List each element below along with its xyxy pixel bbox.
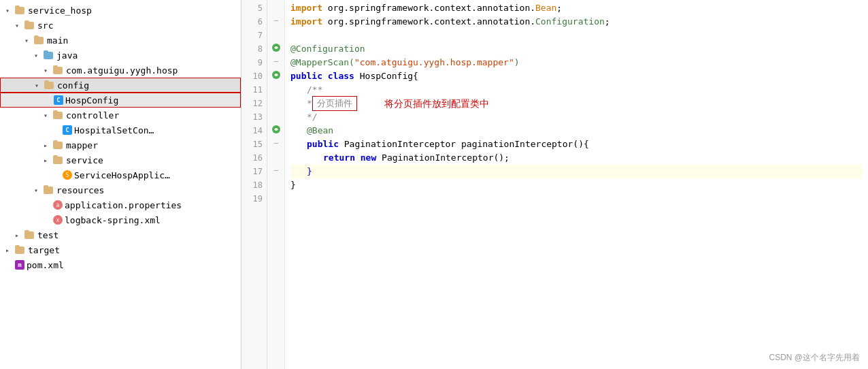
gutter-10 [267,68,284,82]
code-line-7 [290,29,863,42]
at-bean: @Bean [307,124,333,138]
cls-bean: Bean [535,1,556,15]
gutter-9: − [267,54,284,68]
pom-icon: m [15,260,24,270]
tree-item-com[interactable]: com.atguigu.yygh.hosp [0,63,241,78]
tree-item-logback[interactable]: x logback-spring.xml [0,212,241,227]
label-test: test [37,230,59,240]
tree-item-mapper[interactable]: mapper [0,138,241,153]
code-line-17: } [290,165,863,178]
watermark: CSDN @这个名字先用着 [769,352,860,364]
javadoc-open: /** [307,83,322,97]
arrow-com [44,67,53,74]
ln-12: 12 [241,97,263,110]
file-tree: service_hosp src main java com.atguigu.y… [0,0,241,369]
gutter: − − [267,0,285,369]
ln-8: 8 [241,42,263,56]
code-line-5: import org.springframework.context.annot… [290,1,863,15]
ln-16: 16 [241,151,263,165]
arrow-src [15,22,24,29]
gutter-6: − [267,14,284,27]
folder-icon-src [24,20,35,30]
code-line-16: return new PaginationInterceptor(); [290,151,863,165]
label-logback: logback-spring.xml [65,215,161,225]
at-mapperscan: @MapperScan( [290,56,354,69]
code-line-19 [290,192,863,206]
tree-item-pom[interactable]: m pom.xml [0,257,241,272]
class-icon-hospconfig: C [54,95,63,105]
tree-item-target[interactable]: target [0,242,241,257]
tree-item-src[interactable]: src [0,18,241,33]
ln-6: 6 [241,15,263,29]
gutter-16 [267,150,284,163]
label-hospconfig: HospConfig [65,95,118,106]
folder-icon-mapper [53,140,64,150]
arrow-mapper [44,142,53,149]
tree-item-resources[interactable]: resources [0,182,241,197]
ln-17: 17 [241,165,263,178]
cls-hospconfig: HospConfig [360,69,413,83]
gutter-14 [267,123,284,136]
kw-public-15: public [307,138,339,151]
kw-new: new [361,151,376,165]
javadoc-close: */ [307,110,318,124]
tree-item-servicehospapplic[interactable]: S ServiceHospApplic… [0,167,241,182]
tree-item-test[interactable]: test [0,227,241,242]
arrow-service [44,157,53,164]
ln-15: 15 [241,138,263,151]
xml-icon: x [53,215,63,225]
gutter-12 [267,95,284,109]
space-15b [339,138,344,151]
kw-class-10: class [328,69,354,83]
code-line-18: } [290,178,863,192]
kw-import-6: import [290,15,322,29]
label-controller: controller [66,110,119,121]
label-pom: pom.xml [27,260,64,270]
space-16b [355,151,361,165]
code-line-15: public PaginationInterceptor paginationI… [290,138,863,151]
label-servicehospapplic: ServiceHospApplic… [74,170,170,180]
str-mapper: "com.atguigu.yygh.hosp.mapper" [354,56,514,69]
label-target: target [28,245,60,255]
tree-item-service[interactable]: service [0,153,241,167]
gutter-11 [267,82,284,95]
label-application-props: application.properties [65,200,182,210]
code-line-10: public class HospConfig { [290,69,863,83]
code-line-8: @Configuration [290,42,863,56]
kw-public-10: public [290,69,322,83]
ln-9: 9 [241,56,263,69]
props-icon: a [53,200,63,210]
folder-icon-resources [44,185,54,195]
label-hospitalsetcon: HospitalSetCon… [74,125,154,135]
arrow-main [24,37,34,44]
bean-icon-14 [271,125,281,134]
arrow-target [5,246,15,254]
code-line-9: @MapperScan( "com.atguigu.yygh.hosp.mapp… [290,56,863,69]
ln-18: 18 [241,178,263,192]
code-line-14: @Bean [290,124,863,138]
brace-close-18: } [290,178,296,192]
label-main: main [47,35,68,46]
gutter-5 [267,0,284,14]
star-12: * [307,97,312,110]
brace-open-15: { [584,138,589,151]
brace-open-10: { [413,69,418,83]
folder-icon-config [44,80,55,90]
tree-item-config[interactable]: config [0,78,241,93]
tree-item-main[interactable]: main [0,33,241,48]
code-content[interactable]: import org.springframework.context.annot… [285,0,868,369]
tree-item-java[interactable]: java [0,48,241,63]
label-resources: resources [56,185,104,195]
arrow-config [35,82,44,89]
class-icon-hospitalsetcon: C [63,125,72,135]
tree-item-controller[interactable]: controller [0,108,241,123]
line-numbers: 5 6 7 8 9 10 11 12 13 14 15 16 17 18 19 [241,0,267,369]
tree-item-hospconfig[interactable]: C HospConfig [0,93,241,108]
cls-pagination: PaginationInterceptor paginationIntercep… [344,138,584,151]
ln-5: 5 [241,1,263,15]
space-10a [322,69,328,83]
tree-item-service-hosp[interactable]: service_hosp [0,3,241,18]
tree-item-application-props[interactable]: a application.properties [0,197,241,212]
gutter-18 [267,177,284,191]
tree-item-hospitalsetcon[interactable]: C HospitalSetCon… [0,123,241,138]
